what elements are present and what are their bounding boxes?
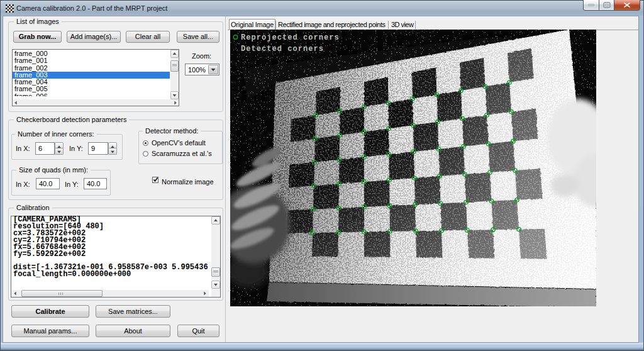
svg-text:Reprojected corners: Reprojected corners — [241, 33, 340, 42]
svg-text:Detected corners: Detected corners — [241, 45, 324, 53]
